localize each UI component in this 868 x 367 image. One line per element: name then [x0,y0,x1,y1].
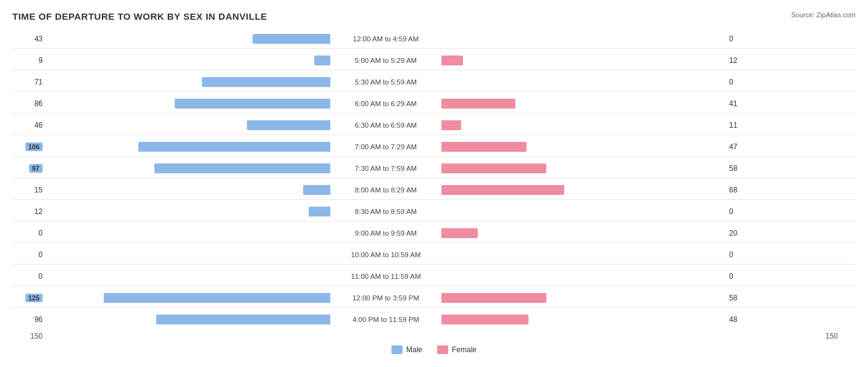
male-bar [104,293,330,303]
chart-row: 9 5:00 AM to 5:29 AM 12 [12,51,856,70]
male-bar [252,34,330,44]
time-label: 12:00 PM to 3:59 PM [330,294,441,302]
left-value: 46 [12,121,46,130]
chart-row: 46 6:30 AM to 6:59 AM 11 [12,115,856,135]
chart-title: TIME OF DEPARTURE TO WORK BY SEX IN DANV… [12,11,267,22]
chart-row: 43 12:00 AM to 4:59 AM 0 [12,29,856,49]
time-label: 10:00 AM to 10:59 AM [330,251,441,258]
legend-item-male: Male [391,345,422,354]
female-bar [441,293,546,303]
male-value: 12 [35,207,43,216]
time-label: 8:00 AM to 8:29 AM [330,186,441,194]
male-badge: 125 [25,294,43,302]
chart-row: 86 6:00 AM to 6:29 AM 41 [12,94,856,113]
female-bar [441,315,528,324]
bar-left-container [46,99,330,109]
right-value: 41 [725,99,759,108]
axis-row: 150 150 [12,332,856,340]
female-legend-label: Female [452,345,477,354]
left-value: 71 [12,78,46,86]
right-value: 0 [725,35,759,43]
left-value: 106 [12,142,46,151]
time-label: 8:30 AM to 8:59 AM [330,208,441,215]
right-value: 20 [725,229,759,237]
male-badge: 106 [25,142,43,151]
time-label: 11:00 AM to 11:59 AM [330,273,441,280]
legend-item-female: Female [437,345,477,354]
male-value: 0 [38,272,43,281]
right-value: 0 [725,78,759,86]
right-value: 0 [725,207,759,216]
right-value: 48 [725,315,759,324]
bar-right-container [441,250,725,260]
right-value: 0 [725,250,759,259]
male-value: 43 [35,35,43,43]
right-value: 58 [725,164,759,173]
chart-row: 12 8:30 AM to 8:59 AM 0 [12,202,856,221]
left-value: 0 [12,272,46,281]
bar-right-container [441,120,725,130]
male-bar [314,56,330,65]
bar-left-container [46,163,330,173]
left-value: 125 [12,294,46,302]
chart-row: 0 10:00 AM to 10:59 AM 0 [12,245,856,265]
time-label: 4:00 PM to 11:59 PM [330,316,441,323]
male-legend-label: Male [406,345,422,354]
male-value: 15 [35,186,43,194]
bar-left-container [46,271,330,281]
bar-right-container [441,315,725,324]
bar-right-container [441,185,725,195]
chart-row: 0 9:00 AM to 9:59 AM 20 [12,223,856,243]
bar-left-container [46,142,330,152]
chart-row: 15 8:00 AM to 8:29 AM 68 [12,180,856,200]
bar-left-container [46,56,330,65]
chart-row: 0 11:00 AM to 11:59 AM 0 [12,266,856,286]
time-label: 6:30 AM to 6:59 AM [330,122,441,129]
axis-left: 150 [12,332,46,340]
left-value: 96 [12,315,46,324]
axis-right: 150 [822,332,856,340]
male-bar [303,185,330,195]
right-value: 0 [725,272,759,281]
chart-area: 43 12:00 AM to 4:59 AM 0 9 5:00 AM to 5:… [12,29,856,329]
male-value: 0 [38,229,43,237]
chart-source: Source: ZipAtlas.com [791,11,856,19]
chart-row: 71 5:30 AM to 5:59 AM 0 [12,72,856,92]
male-value: 71 [35,78,43,86]
bar-right-container [441,77,725,87]
chart-row: 125 12:00 PM to 3:59 PM 58 [12,288,856,308]
left-value: 9 [12,56,46,65]
male-badge: 97 [29,164,43,173]
bar-right-container [441,34,725,44]
right-value: 12 [725,56,759,65]
male-value: 46 [35,121,43,130]
male-value: 0 [38,250,43,259]
left-value: 0 [12,250,46,259]
bar-left-container [46,315,330,324]
female-bar [441,163,546,173]
time-label: 5:30 AM to 5:59 AM [330,78,441,86]
bar-right-container [441,56,725,65]
left-value: 12 [12,207,46,216]
left-value: 0 [12,229,46,237]
chart-container: TIME OF DEPARTURE TO WORK BY SEX IN DANV… [0,0,868,367]
bar-left-container [46,293,330,303]
male-bar [247,120,330,130]
bar-left-container [46,120,330,130]
left-value: 86 [12,99,46,108]
bar-right-container [441,99,725,109]
male-bar [138,142,330,152]
female-bar [441,56,463,65]
right-value: 11 [725,121,759,130]
time-label: 12:00 AM to 4:59 AM [330,35,441,43]
female-bar [441,142,527,152]
time-label: 7:00 AM to 7:29 AM [330,143,441,151]
male-bar [202,77,330,87]
time-label: 5:00 AM to 5:29 AM [330,57,441,64]
bar-left-container [46,77,330,87]
male-bar [175,99,330,109]
male-bar [309,207,330,216]
chart-row: 106 7:00 AM to 7:29 AM 47 [12,137,856,157]
time-label: 7:30 AM to 7:59 AM [330,165,441,172]
time-label: 6:00 AM to 6:29 AM [330,100,441,107]
